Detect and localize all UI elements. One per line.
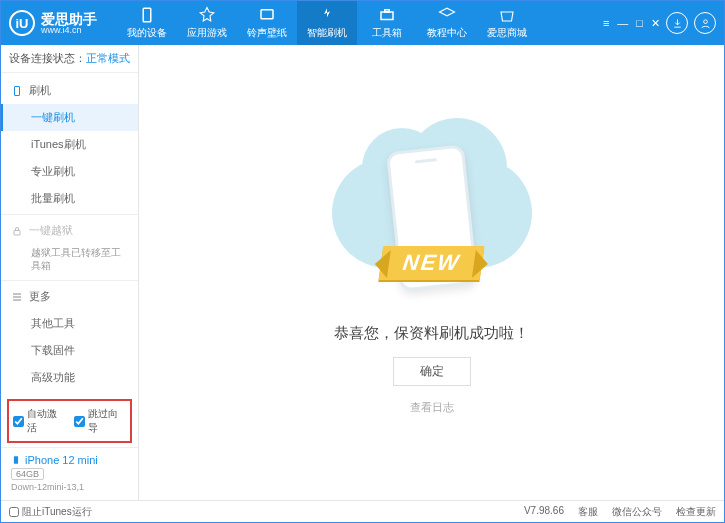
menu-icon[interactable]: ≡ bbox=[603, 17, 609, 30]
sidebar-item-batch[interactable]: 批量刷机 bbox=[1, 185, 138, 212]
sidebar-item-pro[interactable]: 专业刷机 bbox=[1, 158, 138, 185]
support-link[interactable]: 客服 bbox=[578, 505, 598, 519]
close-icon[interactable]: ✕ bbox=[651, 17, 660, 30]
sidebar-item-firmware[interactable]: 下载固件 bbox=[1, 337, 138, 364]
ok-button[interactable]: 确定 bbox=[393, 357, 471, 386]
phone-icon bbox=[11, 85, 23, 97]
sidebar: 设备连接状态：正常模式 刷机 一键刷机 iTunes刷机 专业刷机 批量刷机 一… bbox=[1, 45, 139, 500]
section-jailbreak[interactable]: 一键越狱 bbox=[1, 217, 138, 244]
new-ribbon: NEW bbox=[378, 246, 484, 280]
nav-apps[interactable]: 应用游戏 bbox=[177, 1, 237, 45]
section-more[interactable]: 更多 bbox=[1, 283, 138, 310]
checkbox-block-itunes[interactable]: 阻止iTunes运行 bbox=[9, 505, 92, 519]
minimize-icon[interactable]: — bbox=[617, 17, 628, 30]
svg-rect-6 bbox=[14, 230, 20, 235]
sidebar-item-tools[interactable]: 其他工具 bbox=[1, 310, 138, 337]
nav-toolbox[interactable]: 工具箱 bbox=[357, 1, 417, 45]
app-url: www.i4.cn bbox=[41, 26, 97, 35]
nav-flash[interactable]: 智能刷机 bbox=[297, 1, 357, 45]
sidebar-item-itunes[interactable]: iTunes刷机 bbox=[1, 131, 138, 158]
device-capacity: 64GB bbox=[11, 468, 44, 480]
download-icon[interactable] bbox=[666, 12, 688, 34]
maximize-icon[interactable]: □ bbox=[636, 17, 643, 30]
success-illustration: NEW bbox=[342, 130, 522, 310]
sidebar-item-advanced[interactable]: 高级功能 bbox=[1, 364, 138, 391]
title-bar: iU 爱思助手 www.i4.cn 我的设备 应用游戏 铃声壁纸 智能刷机 工具… bbox=[1, 1, 724, 45]
nav-tutorial[interactable]: 教程中心 bbox=[417, 1, 477, 45]
main-panel: NEW 恭喜您，保资料刷机成功啦！ 确定 查看日志 bbox=[139, 45, 724, 500]
svg-rect-1 bbox=[261, 10, 273, 19]
view-log-link[interactable]: 查看日志 bbox=[410, 400, 454, 415]
logo-icon: iU bbox=[9, 10, 35, 36]
svg-rect-5 bbox=[15, 86, 20, 95]
nav-my-device[interactable]: 我的设备 bbox=[117, 1, 177, 45]
nav-store[interactable]: 爱思商城 bbox=[477, 1, 537, 45]
app-logo: iU 爱思助手 www.i4.cn bbox=[9, 10, 97, 36]
section-flash[interactable]: 刷机 bbox=[1, 77, 138, 104]
checkbox-skip-guide[interactable]: 跳过向导 bbox=[74, 407, 127, 435]
main-nav: 我的设备 应用游戏 铃声壁纸 智能刷机 工具箱 教程中心 爱思商城 bbox=[117, 1, 537, 45]
lock-icon bbox=[11, 225, 23, 237]
success-message: 恭喜您，保资料刷机成功啦！ bbox=[334, 324, 529, 343]
checkbox-auto-activate[interactable]: 自动激活 bbox=[13, 407, 66, 435]
options-box: 自动激活 跳过向导 bbox=[7, 399, 132, 443]
svg-rect-7 bbox=[14, 456, 18, 464]
update-link[interactable]: 检查更新 bbox=[676, 505, 716, 519]
user-icon[interactable] bbox=[694, 12, 716, 34]
svg-rect-2 bbox=[381, 12, 393, 20]
menu-icon bbox=[11, 291, 23, 303]
version-label: V7.98.66 bbox=[524, 505, 564, 519]
wechat-link[interactable]: 微信公众号 bbox=[612, 505, 662, 519]
svg-rect-3 bbox=[385, 10, 390, 12]
device-id: Down-12mini-13,1 bbox=[11, 482, 128, 492]
svg-point-4 bbox=[703, 19, 707, 23]
connection-status: 设备连接状态：正常模式 bbox=[1, 45, 138, 73]
jailbreak-note: 越狱工具已转移至工具箱 bbox=[1, 244, 138, 278]
device-info[interactable]: iPhone 12 mini 64GB Down-12mini-13,1 bbox=[1, 447, 138, 498]
app-name: 爱思助手 bbox=[41, 12, 97, 26]
phone-icon bbox=[11, 454, 21, 466]
sidebar-item-oneclick[interactable]: 一键刷机 bbox=[1, 104, 138, 131]
status-bar: 阻止iTunes运行 V7.98.66 客服 微信公众号 检查更新 bbox=[1, 500, 724, 522]
window-controls: ≡ — □ ✕ bbox=[603, 17, 660, 30]
nav-ringtones[interactable]: 铃声壁纸 bbox=[237, 1, 297, 45]
svg-rect-0 bbox=[143, 8, 151, 22]
